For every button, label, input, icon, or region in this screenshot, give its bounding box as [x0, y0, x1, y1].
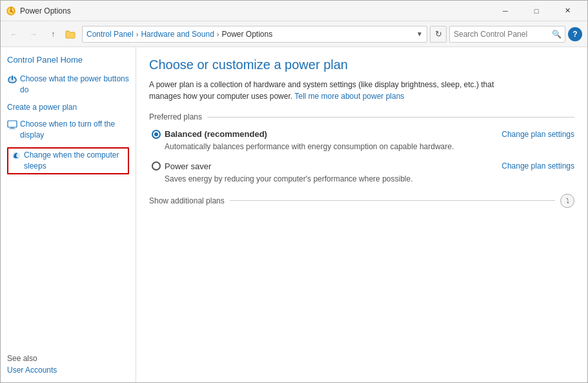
preferred-plans-line [207, 117, 574, 118]
svg-rect-4 [10, 127, 14, 129]
folder-icon [65, 29, 76, 39]
breadcrumb-dropdown-button[interactable]: ▼ [416, 30, 423, 37]
sidebar-item-create-plan[interactable]: Create a power plan [7, 102, 129, 113]
breadcrumb-control-panel[interactable]: Control Panel [86, 30, 134, 39]
sidebar-turn-off-display-label: Choose when to turn off the display [20, 119, 129, 141]
balanced-radio[interactable] [152, 130, 161, 139]
svg-rect-3 [8, 121, 17, 127]
sleep-icon [11, 150, 21, 161]
power-saver-plan-name-row: Power saver [152, 161, 211, 171]
breadcrumb-current: Power Options [221, 30, 272, 39]
preferred-plans-label: Preferred plans [149, 112, 202, 121]
page-description: A power plan is a collection of hardware… [149, 79, 523, 102]
balanced-change-link[interactable]: Change plan settings [502, 130, 574, 139]
search-wrapper: 🔍 [449, 26, 565, 43]
up-button[interactable]: ↑ [45, 26, 61, 43]
power-options-window: Power Options ─ □ ✕ ← → ↑ Control Panel … [0, 0, 588, 383]
window-controls: ─ □ ✕ [491, 1, 582, 21]
balanced-plan-name-row: Balanced (recommended) [152, 129, 267, 139]
show-additional-label: Show additional plans [149, 196, 225, 205]
maximize-button[interactable]: □ [522, 1, 551, 21]
balanced-plan-name: Balanced (recommended) [165, 129, 267, 139]
sidebar: Control Panel Home Choose what the power… [1, 47, 136, 382]
power-saver-radio[interactable] [152, 161, 161, 171]
window-icon [6, 6, 16, 16]
display-icon [7, 119, 17, 130]
help-button[interactable]: ? [568, 27, 582, 41]
balanced-plan-header: Balanced (recommended) Change plan setti… [152, 129, 574, 139]
sidebar-create-plan-label: Create a power plan [7, 102, 77, 113]
sidebar-user-accounts-link[interactable]: User Accounts [7, 366, 129, 375]
balanced-plan-item: Balanced (recommended) Change plan setti… [149, 129, 574, 152]
search-input[interactable] [449, 26, 565, 43]
power-saver-plan-desc: Saves energy by reducing your computer's… [152, 174, 574, 185]
refresh-button[interactable]: ↻ [430, 26, 447, 43]
expand-additional-button[interactable]: ⤵ [560, 194, 574, 208]
power-buttons-icon [7, 74, 17, 85]
close-button[interactable]: ✕ [553, 1, 582, 21]
window-title: Power Options [20, 6, 491, 16]
balanced-plan-desc: Automatically balances performance with … [152, 141, 574, 152]
breadcrumb-bar: Control Panel › Hardware and Sound › Pow… [82, 26, 427, 43]
power-saver-plan-name: Power saver [165, 161, 211, 171]
show-additional-plans[interactable]: Show additional plans ⤵ [149, 194, 574, 208]
sidebar-item-computer-sleeps[interactable]: Change when the computer sleeps [7, 147, 129, 174]
sidebar-item-power-buttons[interactable]: Choose what the power buttons do [7, 74, 129, 96]
sidebar-power-buttons-label: Choose what the power buttons do [20, 74, 129, 96]
tell-me-link[interactable]: Tell me more about power plans [294, 92, 404, 101]
forward-button[interactable]: → [25, 26, 42, 43]
power-saver-change-link[interactable]: Change plan settings [502, 161, 574, 171]
balanced-radio-dot [154, 132, 158, 136]
breadcrumb-hardware-sound[interactable]: Hardware and Sound [141, 30, 214, 39]
show-additional-line [230, 200, 555, 201]
main-layout: Control Panel Home Choose what the power… [1, 47, 587, 382]
minimize-button[interactable]: ─ [491, 1, 520, 21]
power-saver-plan-header: Power saver Change plan settings [152, 161, 574, 171]
breadcrumb-sep-1: › [136, 30, 139, 38]
see-also-label: See also [7, 354, 129, 363]
title-bar: Power Options ─ □ ✕ [1, 1, 587, 21]
address-bar: ← → ↑ Control Panel › Hardware and Sound… [1, 21, 587, 47]
content-area: Choose or customize a power plan A power… [136, 47, 587, 382]
svg-rect-5 [9, 129, 15, 129]
power-saver-plan-item: Power saver Change plan settings Saves e… [149, 161, 574, 185]
back-button[interactable]: ← [6, 26, 23, 43]
sidebar-item-turn-off-display[interactable]: Choose when to turn off the display [7, 119, 129, 141]
sidebar-computer-sleeps-label: Change when the computer sleeps [24, 150, 125, 172]
breadcrumb-sep-2: › [217, 30, 219, 38]
page-title: Choose or customize a power plan [149, 57, 574, 72]
preferred-plans-header: Preferred plans [149, 112, 574, 121]
svg-point-1 [10, 10, 12, 12]
sidebar-home-link[interactable]: Control Panel Home [7, 55, 129, 65]
